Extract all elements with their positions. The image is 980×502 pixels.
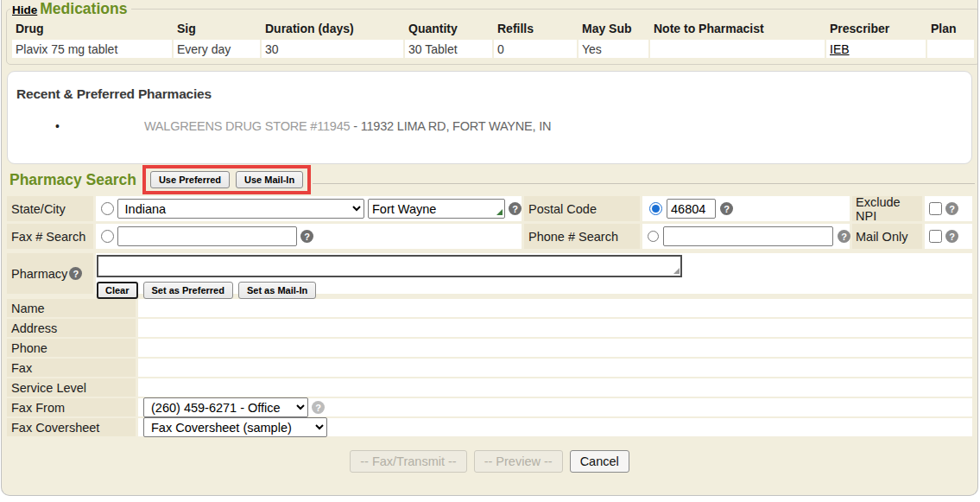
fax-row: Fax <box>7 359 972 377</box>
cell-may-sub: Yes <box>579 40 648 58</box>
fax-coversheet-select[interactable]: Fax Coversheet (sample) <box>143 417 327 437</box>
fax-from-select[interactable]: (260) 459-6271 - Office <box>143 397 308 417</box>
postal-code-radio[interactable] <box>649 202 662 215</box>
set-as-mail-in-button[interactable]: Set as Mail-In <box>238 282 316 299</box>
fax-search-cell: ? <box>96 224 522 249</box>
pharmacy-name-link[interactable]: WALGREENS DRUG STORE #11945 <box>144 119 351 133</box>
recent-preferred-pharmacies-panel: Recent & Preferred Pharmacies • WALGREEN… <box>7 71 972 164</box>
city-help-icon[interactable]: ? <box>509 202 522 215</box>
cell-note <box>650 40 825 58</box>
col-duration: Duration (days) <box>262 20 403 38</box>
address-value <box>138 319 972 337</box>
col-may-sub: May Sub <box>579 20 648 38</box>
exclude-npi-cell: ? <box>925 196 972 221</box>
cell-drug: Plavix 75 mg tablet <box>12 40 172 58</box>
exclude-npi-checkbox[interactable] <box>929 202 942 215</box>
pharmacy-list-item: • WALGREENS DRUG STORE #11945 - 11932 LI… <box>16 119 963 133</box>
col-sig: Sig <box>174 20 260 38</box>
fax-search-radio[interactable] <box>101 230 114 243</box>
mail-only-help-icon[interactable]: ? <box>945 230 958 243</box>
prescriber-link[interactable]: IEB <box>830 42 850 56</box>
city-input-wrap <box>368 199 505 219</box>
cell-quantity: 30 Tablet <box>405 40 492 58</box>
col-note: Note to Pharmacist <box>650 20 825 38</box>
search-row-state-postal: State/City Indiana ? Postal Code ? Exclu… <box>7 196 972 221</box>
cell-refills: 0 <box>494 40 577 58</box>
bullet-icon: • <box>55 119 60 133</box>
prescription-pharmacy-panel: HideMedications Drug Sig Duration (days)… <box>1 0 978 496</box>
col-quantity: Quantity <box>405 20 492 38</box>
state-select[interactable]: Indiana <box>117 199 364 219</box>
phone-help-icon[interactable]: ? <box>838 230 850 243</box>
phone-search-radio[interactable] <box>648 230 659 243</box>
highlight-red-box: Use Preferred Use Mail-In <box>142 165 311 194</box>
service-level-value <box>138 378 972 397</box>
phone-search-cell: ? <box>642 224 850 249</box>
pharmacy-help-icon[interactable]: ? <box>69 267 82 280</box>
medications-header-row: Drug Sig Duration (days) Quantity Refill… <box>12 20 974 38</box>
fax-transmit-button[interactable]: -- Fax/Transmit -- <box>350 450 466 473</box>
fax-coversheet-row: Fax Coversheet Fax Coversheet (sample) <box>7 418 972 436</box>
fax-from-label: Fax From <box>7 398 136 416</box>
phone-value <box>138 339 972 357</box>
cell-sig: Every day <box>174 40 260 58</box>
state-city-cell: Indiana ? <box>96 196 522 221</box>
service-level-row: Service Level <box>7 378 972 397</box>
exclude-npi-help-icon[interactable]: ? <box>945 202 958 215</box>
phone-search-input[interactable] <box>663 226 833 246</box>
cell-duration: 30 <box>262 40 403 58</box>
medications-legend: HideMedications <box>10 0 131 18</box>
address-label: Address <box>7 319 136 337</box>
fax-label: Fax <box>7 359 136 377</box>
preview-button[interactable]: -- Preview -- <box>474 450 563 473</box>
fax-help-icon[interactable]: ? <box>300 230 313 243</box>
medication-row: Plavix 75 mg tablet Every day 30 30 Tabl… <box>12 40 974 58</box>
postal-code-input[interactable] <box>667 199 716 219</box>
fax-value <box>138 359 972 377</box>
cell-plan <box>927 40 974 58</box>
city-input[interactable] <box>368 199 505 219</box>
fieldset-top-border <box>313 183 975 184</box>
footer-actions: -- Fax/Transmit -- -- Preview -- Cancel <box>7 450 972 473</box>
col-refills: Refills <box>494 20 577 38</box>
medications-table: Drug Sig Duration (days) Quantity Refill… <box>10 18 976 60</box>
col-plan: Plan <box>927 20 974 38</box>
pharmacy-main-cell: Clear Set as Preferred Set as Mail-In <box>96 253 972 294</box>
pharmacy-label: Pharmacy <box>11 267 67 281</box>
pharmacy-address: - 11932 LIMA RD, FORT WAYNE, IN <box>350 119 551 133</box>
pharmacy-search-form: State/City Indiana ? Postal Code ? Exclu… <box>7 196 972 473</box>
mail-only-cell: ? <box>925 224 972 249</box>
exclude-npi-label: Exclude NPI <box>852 196 922 221</box>
name-label: Name <box>7 299 136 317</box>
fax-from-help-icon[interactable]: ? <box>312 401 325 414</box>
col-prescriber: Prescriber <box>826 20 926 38</box>
pharmacy-search-title: Pharmacy Search <box>9 171 136 189</box>
mail-only-label: Mail Only <box>852 224 922 249</box>
cancel-button[interactable]: Cancel <box>570 450 629 473</box>
pharmacy-input[interactable] <box>97 255 682 277</box>
pharmacy-row: Pharmacy? Clear Set as Preferred Set as … <box>7 253 972 294</box>
name-value <box>138 299 972 317</box>
col-drug: Drug <box>12 20 172 38</box>
fax-search-label: Fax # Search <box>7 224 93 249</box>
set-as-preferred-button[interactable]: Set as Preferred <box>143 282 233 299</box>
use-preferred-button[interactable]: Use Preferred <box>150 171 230 188</box>
hide-medications-link[interactable]: Hide <box>12 3 37 16</box>
service-level-label: Service Level <box>7 378 136 397</box>
pharmacy-search-legend: Pharmacy Search Use Preferred Use Mail-I… <box>8 166 975 194</box>
clear-button[interactable]: Clear <box>97 282 138 299</box>
fax-search-input[interactable] <box>117 226 297 246</box>
postal-help-icon[interactable]: ? <box>720 202 733 215</box>
medications-section: HideMedications Drug Sig Duration (days)… <box>6 0 978 65</box>
fax-from-cell: (260) 459-6271 - Office ? <box>138 398 972 416</box>
pharmacy-buttons: Clear Set as Preferred Set as Mail-In <box>97 282 972 299</box>
mail-only-checkbox[interactable] <box>929 230 942 243</box>
medications-title: Medications <box>40 0 127 17</box>
search-row-fax-phone: Fax # Search ? Phone # Search ? Mail Onl… <box>7 224 972 249</box>
postal-code-label: Postal Code <box>524 196 640 221</box>
state-city-radio[interactable] <box>101 202 114 215</box>
fax-coversheet-label: Fax Coversheet <box>7 418 136 436</box>
cell-prescriber: IEB <box>826 40 926 58</box>
use-mail-in-button[interactable]: Use Mail-In <box>236 171 303 188</box>
address-row: Address <box>7 319 972 337</box>
